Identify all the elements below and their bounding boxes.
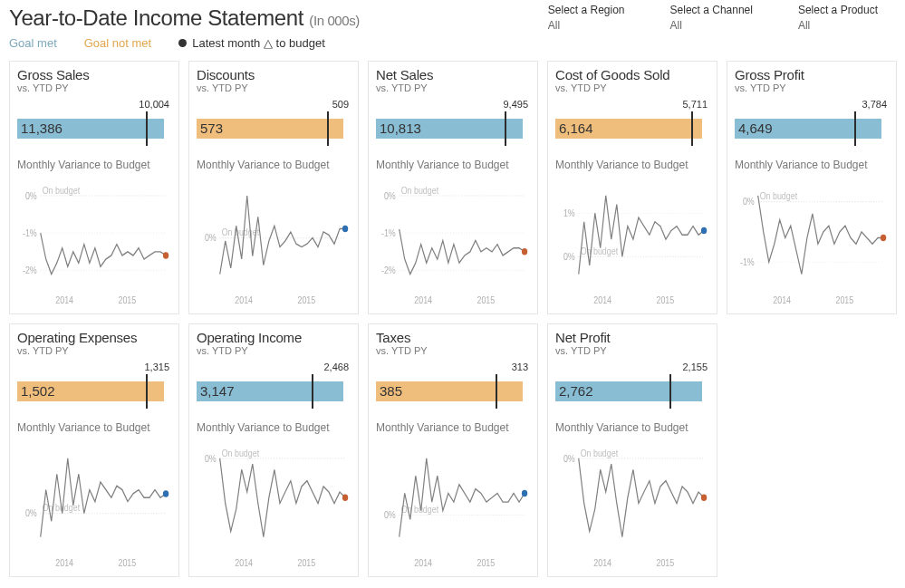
card-opex[interactable]: Operating Expensesvs. YTD PY1,3151,502Mo… — [9, 323, 179, 577]
variance-title: Monthly Variance to Budget — [17, 159, 171, 171]
filter-region[interactable]: Select a Region All — [548, 4, 625, 32]
variance-sparkline: 0%On budget20142015 — [17, 436, 171, 574]
card-title: Gross Profit — [735, 67, 889, 82]
card-title: Taxes — [376, 330, 530, 345]
card-cogs[interactable]: Cost of Goods Soldvs. YTD PY5,7116,164Mo… — [547, 61, 717, 314]
target-label: 10,004 — [139, 99, 169, 110]
target-label: 509 — [332, 99, 349, 110]
svg-text:-1%: -1% — [381, 227, 396, 238]
variance-title: Monthly Variance to Budget — [555, 421, 709, 434]
svg-text:On budget: On budget — [43, 185, 81, 196]
svg-text:0%: 0% — [25, 190, 37, 201]
title-text: Year-to-Date Income Statement — [9, 5, 303, 30]
svg-text:On budget: On budget — [222, 448, 260, 458]
legend-latest-label: Latest month △ to budget — [192, 36, 325, 50]
svg-text:-2%: -2% — [23, 265, 37, 275]
card-title: Operating Expenses — [17, 330, 171, 345]
bullet-chart: 5,7116,164 — [555, 99, 709, 149]
card-op-income[interactable]: Operating Incomevs. YTD PY2,4683,147Mont… — [188, 323, 359, 577]
card-net-sales[interactable]: Net Salesvs. YTD PY9,49510,813Monthly Va… — [368, 61, 538, 314]
card-subtitle: vs. YTD PY — [555, 82, 709, 93]
card-title: Operating Income — [197, 330, 351, 345]
filter-value: All — [798, 19, 878, 32]
card-subtitle: vs. YTD PY — [376, 345, 530, 356]
svg-text:2014: 2014 — [55, 557, 73, 568]
dot-icon — [178, 39, 187, 47]
target-label: 2,155 — [682, 361, 708, 372]
variance-title: Monthly Variance to Budget — [197, 421, 351, 434]
svg-text:0%: 0% — [563, 453, 575, 464]
actual-value: 4,649 — [738, 119, 773, 139]
svg-text:0%: 0% — [205, 232, 217, 243]
filters: Select a Region All Select a Channel All… — [548, 4, 878, 32]
legend-latest: Latest month △ to budget — [178, 36, 325, 50]
svg-text:1%: 1% — [563, 207, 575, 218]
actual-value: 11,386 — [21, 119, 63, 139]
card-title: Cost of Goods Sold — [555, 67, 709, 82]
svg-text:2015: 2015 — [297, 294, 315, 305]
svg-text:2015: 2015 — [477, 294, 495, 305]
actual-value: 573 — [200, 119, 223, 139]
svg-text:2014: 2014 — [235, 557, 253, 568]
svg-text:0%: 0% — [384, 509, 396, 520]
legend: Goal met Goal not met Latest month △ to … — [9, 36, 521, 50]
target-label: 5,711 — [682, 99, 708, 110]
svg-text:2015: 2015 — [118, 557, 136, 568]
svg-text:0%: 0% — [25, 507, 37, 518]
svg-text:2014: 2014 — [593, 294, 611, 305]
svg-text:-2%: -2% — [381, 265, 396, 275]
svg-text:2015: 2015 — [118, 294, 136, 305]
card-title: Gross Sales — [17, 67, 171, 82]
page-title: Year-to-Date Income Statement (In 000s) — [9, 5, 521, 31]
variance-title: Monthly Variance to Budget — [735, 159, 889, 171]
svg-text:On budget: On budget — [581, 246, 619, 256]
card-subtitle: vs. YTD PY — [197, 82, 351, 93]
variance-sparkline: 0%-1%-2%On budget20142015 — [17, 173, 171, 312]
svg-point-8 — [163, 252, 168, 259]
filter-product[interactable]: Select a Product All — [798, 4, 878, 32]
svg-point-51 — [163, 490, 168, 497]
svg-text:2014: 2014 — [414, 557, 432, 568]
card-discounts[interactable]: Discountsvs. YTD PY509573Monthly Varianc… — [188, 61, 359, 314]
card-gross-sales[interactable]: Gross Salesvs. YTD PY10,00411,386Monthly… — [9, 61, 179, 314]
card-gross-profit[interactable]: Gross Profitvs. YTD PY3,7844,649Monthly … — [727, 61, 897, 314]
card-subtitle: vs. YTD PY — [555, 345, 709, 356]
filter-label: Select a Product — [798, 4, 878, 16]
actual-value: 10,813 — [380, 119, 421, 139]
svg-text:-1%: -1% — [740, 256, 755, 267]
legend-goal-not-met: Goal not met — [84, 36, 151, 50]
filter-value: All — [670, 19, 753, 32]
card-net-profit[interactable]: Net Profitvs. YTD PY2,1552,762Monthly Va… — [547, 323, 717, 577]
variance-sparkline: 0%On budget20142015 — [197, 173, 351, 312]
svg-text:2015: 2015 — [477, 557, 495, 568]
svg-text:-1%: -1% — [23, 227, 37, 238]
card-taxes[interactable]: Taxesvs. YTD PY313385Monthly Variance to… — [368, 323, 538, 577]
card-subtitle: vs. YTD PY — [17, 345, 171, 356]
bullet-chart: 2,1552,762 — [555, 361, 709, 412]
variance-title: Monthly Variance to Budget — [197, 159, 351, 171]
filter-channel[interactable]: Select a Channel All — [670, 4, 753, 32]
variance-title: Monthly Variance to Budget — [17, 421, 171, 434]
svg-text:2014: 2014 — [593, 557, 611, 568]
svg-text:2015: 2015 — [297, 557, 315, 568]
svg-text:2015: 2015 — [656, 294, 674, 305]
actual-value: 3,147 — [200, 381, 235, 401]
card-subtitle: vs. YTD PY — [197, 345, 351, 356]
svg-text:On budget: On budget — [401, 185, 439, 196]
variance-sparkline: 0%-1%-2%On budget20142015 — [376, 173, 530, 312]
variance-title: Monthly Variance to Budget — [555, 159, 709, 171]
variance-sparkline: 0%-1%On budget20142015 — [735, 173, 889, 312]
target-label: 313 — [512, 361, 528, 372]
legend-goal-met: Goal met — [9, 36, 57, 50]
dashboard-header: Year-to-Date Income Statement (In 000s) … — [9, 4, 896, 50]
card-title: Net Sales — [376, 67, 530, 82]
card-subtitle: vs. YTD PY — [17, 82, 171, 93]
card-subtitle: vs. YTD PY — [376, 82, 530, 93]
svg-text:0%: 0% — [743, 196, 755, 207]
target-label: 2,468 — [323, 361, 349, 372]
svg-point-35 — [701, 227, 707, 235]
svg-text:On budget: On budget — [581, 448, 619, 458]
actual-value: 2,762 — [559, 381, 593, 401]
bullet-chart: 2,4683,147 — [197, 361, 351, 412]
svg-text:On budget: On budget — [760, 191, 798, 202]
